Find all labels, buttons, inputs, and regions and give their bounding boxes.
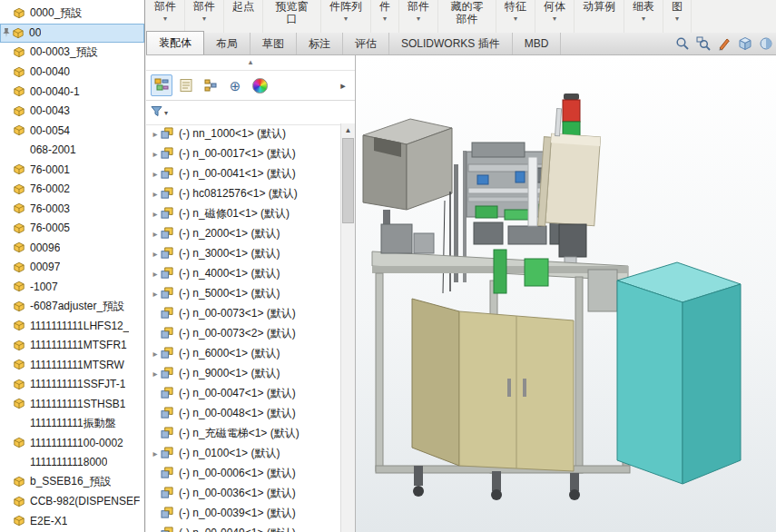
- tree-item[interactable]: ▸ (-) n_9000<1> (默认): [146, 363, 341, 383]
- file-list-item[interactable]: -6087adjuster_預設: [0, 297, 144, 317]
- tab-featuremanager-tree[interactable]: [151, 74, 172, 96]
- tree-item[interactable]: ▸ (-) n_00-0006<1> (默认): [146, 463, 341, 483]
- expand-arrow-icon[interactable]: ▸: [150, 349, 161, 359]
- cyan-box-component[interactable]: [617, 262, 741, 484]
- file-list-item[interactable]: 00-0003_預設: [0, 43, 144, 63]
- ribbon-tab[interactable]: 草图: [250, 33, 297, 54]
- file-list-item[interactable]: 068-2001: [0, 141, 144, 161]
- expand-arrow-icon[interactable]: ▸: [150, 189, 161, 199]
- file-list-item[interactable]: -1007: [0, 277, 144, 297]
- expand-arrow-icon[interactable]: ▸: [150, 369, 161, 379]
- scroll-up-button[interactable]: ▲: [341, 123, 355, 137]
- file-list-item[interactable]: E2E-X1: [0, 511, 144, 531]
- tree-item[interactable]: ▸ (-) n_5000<1> (默认): [146, 283, 341, 303]
- tree-item[interactable]: ▸ (-) n_00-0047<1> (默认): [146, 383, 341, 403]
- expand-arrow-icon[interactable]: ▸: [150, 129, 161, 139]
- file-list-item[interactable]: 00097: [0, 258, 144, 278]
- workspace: ▴: [146, 55, 776, 532]
- expand-arrow-icon[interactable]: ▸: [150, 169, 161, 179]
- tree-scrollbar[interactable]: ▲: [340, 123, 355, 532]
- zoom-to-fit-icon[interactable]: [674, 35, 691, 52]
- tree-item[interactable]: ▸ (-) hc0812576<1> (默认): [146, 183, 341, 203]
- ribbon-button[interactable]: 图 ▾: [663, 0, 692, 33]
- file-list-item[interactable]: 00-0054: [0, 121, 144, 141]
- ribbon-button[interactable]: 件 ▾: [371, 0, 399, 33]
- panel-collapse-handle[interactable]: ▴: [146, 55, 355, 71]
- expand-arrow-icon[interactable]: ▸: [150, 229, 161, 239]
- file-list-item[interactable]: b_SSEB16_預設: [0, 472, 144, 492]
- file-list-item[interactable]: 1111111111LHFS12_: [0, 316, 144, 336]
- file-list-item[interactable]: 1111111111MTSFR1: [0, 336, 144, 356]
- ribbon-tab[interactable]: 标注: [297, 33, 343, 54]
- expand-arrow-icon[interactable]: ▸: [150, 448, 161, 458]
- tab-displaymanager[interactable]: [249, 74, 270, 96]
- expand-arrow-icon[interactable]: ▸: [150, 209, 161, 219]
- file-list-item[interactable]: 76-0005: [0, 219, 144, 239]
- display-style-icon[interactable]: [758, 35, 774, 52]
- tab-dimxpertmanager[interactable]: ⊕: [224, 74, 246, 96]
- file-list-item[interactable]: 1111111111SSFJT-1: [0, 375, 144, 395]
- file-list-item[interactable]: 00-0040: [0, 63, 144, 83]
- expand-arrow-icon[interactable]: ▸: [150, 289, 161, 299]
- expand-arrow-icon[interactable]: ▸: [150, 149, 161, 159]
- expand-arrow-icon[interactable]: ▸: [150, 249, 161, 259]
- tree-filter-bar[interactable]: ▾: [146, 101, 355, 125]
- file-list-item[interactable]: 1111111111MTSRW: [0, 355, 144, 375]
- tree-item[interactable]: ▸ (-) n_00-0049<1> (默认): [146, 523, 341, 532]
- edit-appearance-icon[interactable]: [716, 35, 732, 52]
- tree-item[interactable]: ▸ (-) n_3000<1> (默认): [146, 243, 341, 263]
- ribbon-tab[interactable]: 评估: [343, 33, 389, 54]
- file-list-item[interactable]: CCB-982(DISPENSEF: [0, 492, 144, 512]
- tree-item[interactable]: ▸ (-) n_2000<1> (默认): [146, 223, 341, 243]
- tree-item[interactable]: ▸ (-) n_00-0073<2> (默认): [146, 323, 341, 343]
- tab-configurationmanager[interactable]: [200, 74, 221, 96]
- ribbon-button[interactable]: 细表 ▾: [624, 0, 663, 33]
- ribbon-button[interactable]: 起点 ▾: [224, 0, 263, 33]
- file-list-item[interactable]: 76-0001: [0, 160, 144, 180]
- ribbon-tab[interactable]: SOLIDWORKS 插件: [389, 33, 513, 54]
- tree-item[interactable]: ▸ (-) n_6000<1> (默认): [146, 343, 341, 363]
- expand-arrow-icon[interactable]: ▸: [150, 528, 161, 532]
- ribbon-button[interactable]: 动算例 ▾: [575, 0, 624, 33]
- file-list-item[interactable]: 76-0003: [0, 199, 144, 219]
- cabinet-panels[interactable]: [412, 299, 574, 471]
- ribbon-button[interactable]: 部件 ▾: [399, 0, 438, 33]
- ribbon-button[interactable]: 部件 ▾: [146, 0, 185, 33]
- pane-expand-chevron-icon[interactable]: ▸: [336, 80, 350, 92]
- file-list-item[interactable]: 00: [0, 24, 144, 44]
- ribbon-button[interactable]: 特征 ▾: [496, 0, 535, 33]
- zoom-area-icon[interactable]: [695, 35, 712, 52]
- tree-item[interactable]: ▸ (-) n_4000<1> (默认): [146, 263, 341, 283]
- tree-item[interactable]: ▸ (-) n_00-0041<1> (默认): [146, 163, 341, 183]
- tree-item[interactable]: ▸ (-) n_00-0017<1> (默认): [146, 143, 341, 163]
- tab-propertymanager[interactable]: [175, 74, 197, 96]
- file-list-item[interactable]: 11111111118000: [0, 453, 144, 473]
- tree-item[interactable]: ▸ (-) n_00-0039<1> (默认): [146, 503, 341, 523]
- expand-arrow-icon[interactable]: ▸: [150, 269, 161, 279]
- file-list-item[interactable]: 00-0040-1: [0, 82, 144, 102]
- ribbon-tab[interactable]: MBD: [513, 33, 562, 54]
- tree-item[interactable]: ▸ (-) nn_1000<1> (默认): [146, 123, 341, 143]
- ribbon-button[interactable]: 何体 ▾: [535, 0, 575, 33]
- scrollbar-thumb[interactable]: [342, 138, 354, 223]
- file-list-item[interactable]: 1111111111振動盤: [0, 414, 144, 434]
- tree-item[interactable]: ▸ (-) n_磁條01<1> (默认): [146, 203, 341, 223]
- tree-item[interactable]: ▸ (-) n_00-0048<1> (默认): [146, 403, 341, 423]
- file-list-item[interactable]: 00096: [0, 238, 144, 258]
- file-list-item[interactable]: 111111111100-0002: [0, 433, 144, 453]
- file-list-item[interactable]: 1111111111STHSB1: [0, 394, 144, 414]
- ribbon-button[interactable]: 藏的零部件 ▾: [438, 0, 496, 33]
- file-list-item[interactable]: 0000_預設: [0, 4, 144, 24]
- tree-item[interactable]: ▸ (-) n_00-0073<1> (默认): [146, 303, 341, 323]
- ribbon-button[interactable]: 部件 ▾: [185, 0, 224, 33]
- file-list-item[interactable]: 76-0002: [0, 180, 144, 200]
- view-orientation-cube-icon[interactable]: [737, 35, 753, 52]
- ribbon-tab[interactable]: 装配体: [146, 31, 204, 54]
- tree-item[interactable]: ▸ (-) n_0100<1> (默认): [146, 443, 341, 463]
- ribbon-button[interactable]: 预览窗口 ▾: [263, 0, 321, 33]
- file-list-item[interactable]: 00-0043: [0, 102, 144, 122]
- tree-item[interactable]: ▸ (-) n_00-0036<1> (默认): [146, 483, 341, 503]
- tree-item[interactable]: ▸ (-) n_充磁電梯<1> (默认): [146, 423, 341, 443]
- ribbon-button[interactable]: 件阵列 ▾: [321, 0, 371, 33]
- ribbon-tab[interactable]: 布局: [204, 33, 250, 54]
